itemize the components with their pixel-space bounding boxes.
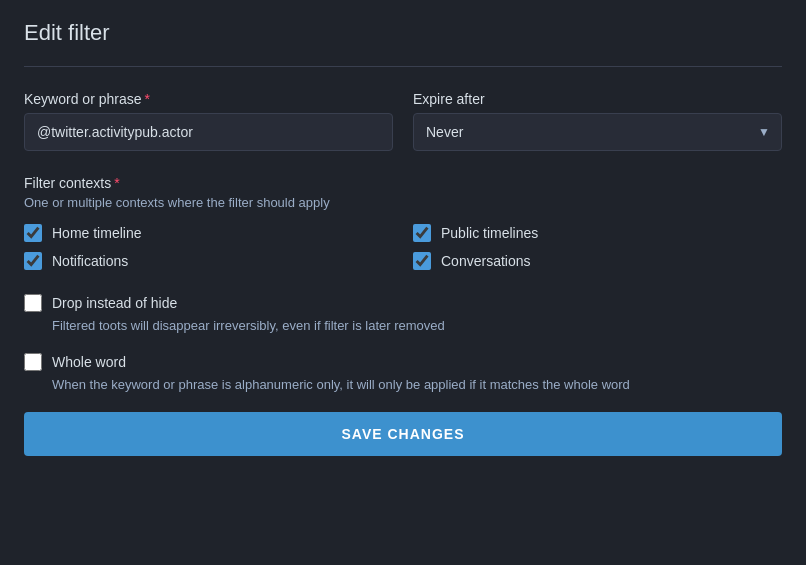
filter-contexts-subtitle: One or multiple contexts where the filte…	[24, 195, 782, 210]
checkbox-public-timelines[interactable]: Public timelines	[413, 224, 782, 242]
checkbox-notifications-input[interactable]	[24, 252, 42, 270]
keyword-group: Keyword or phrase*	[24, 91, 393, 151]
checkbox-conversations-input[interactable]	[413, 252, 431, 270]
expire-group: Expire after Never 30 minutes 1 hour 6 h…	[413, 91, 782, 151]
whole-word-option: Whole word When the keyword or phrase is…	[24, 353, 782, 392]
expire-label: Expire after	[413, 91, 782, 107]
required-indicator: *	[145, 91, 150, 107]
checkbox-notifications[interactable]: Notifications	[24, 252, 393, 270]
checkbox-conversations-label: Conversations	[441, 253, 531, 269]
expire-select[interactable]: Never 30 minutes 1 hour 6 hours 12 hours…	[413, 113, 782, 151]
drop-instead-hide-header: Drop instead of hide	[24, 294, 782, 312]
checkbox-home-timeline-label: Home timeline	[52, 225, 141, 241]
expire-select-wrapper: Never 30 minutes 1 hour 6 hours 12 hours…	[413, 113, 782, 151]
divider	[24, 66, 782, 67]
filter-contexts-section: Filter contexts* One or multiple context…	[24, 175, 782, 270]
checkbox-notifications-label: Notifications	[52, 253, 128, 269]
checkboxes-grid: Home timeline Public timelines Notificat…	[24, 224, 782, 270]
whole-word-checkbox-item[interactable]: Whole word	[24, 353, 126, 371]
drop-instead-hide-input[interactable]	[24, 294, 42, 312]
page-title: Edit filter	[24, 20, 782, 46]
keyword-label: Keyword or phrase*	[24, 91, 393, 107]
drop-instead-hide-checkbox-item[interactable]: Drop instead of hide	[24, 294, 177, 312]
checkbox-home-timeline[interactable]: Home timeline	[24, 224, 393, 242]
drop-instead-hide-label: Drop instead of hide	[52, 295, 177, 311]
whole-word-input[interactable]	[24, 353, 42, 371]
drop-instead-hide-description: Filtered toots will disappear irreversib…	[24, 318, 782, 333]
checkbox-public-timelines-label: Public timelines	[441, 225, 538, 241]
form-row: Keyword or phrase* Expire after Never 30…	[24, 91, 782, 151]
checkbox-public-timelines-input[interactable]	[413, 224, 431, 242]
save-changes-button[interactable]: SAVE CHANGES	[24, 412, 782, 456]
filter-contexts-title: Filter contexts*	[24, 175, 782, 191]
page-container: Edit filter Keyword or phrase* Expire af…	[0, 0, 806, 476]
filter-contexts-required: *	[114, 175, 119, 191]
checkbox-conversations[interactable]: Conversations	[413, 252, 782, 270]
whole-word-label: Whole word	[52, 354, 126, 370]
drop-instead-hide-option: Drop instead of hide Filtered toots will…	[24, 294, 782, 333]
checkbox-home-timeline-input[interactable]	[24, 224, 42, 242]
keyword-input[interactable]	[24, 113, 393, 151]
whole-word-description: When the keyword or phrase is alphanumer…	[24, 377, 782, 392]
whole-word-header: Whole word	[24, 353, 782, 371]
